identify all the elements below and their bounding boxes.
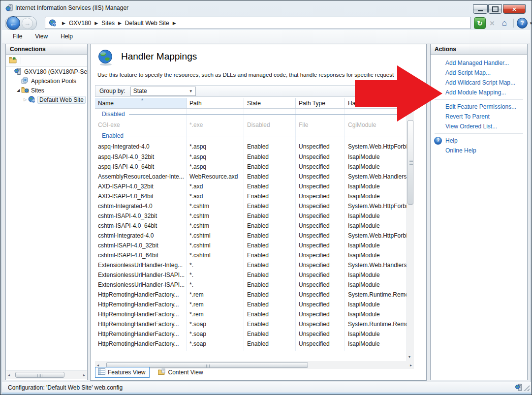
chevron-down-icon[interactable]: ▼ bbox=[529, 21, 532, 26]
table-row-httpremotinghandlerfactory[interactable]: HttpRemotingHandlerFactory...*.soapEnabl… bbox=[95, 329, 407, 339]
table-row-httpremotinghandlerfactory[interactable]: HttpRemotingHandlerFactory...*.soapEnabl… bbox=[95, 339, 407, 349]
restart-button[interactable]: ↻ bbox=[474, 17, 486, 29]
table-row-httpremotinghandlerfactory[interactable]: HttpRemotingHandlerFactory...*.remEnable… bbox=[95, 300, 407, 309]
breadcrumb-item-default-web-site[interactable]: Default Web Site bbox=[125, 20, 169, 27]
title-bar[interactable]: Internet Information Services (IIS) Mana… bbox=[0, 0, 532, 15]
table-row-extensionlessurlhandler-integ[interactable]: ExtensionlessUrlHandler-Integ...*.Enable… bbox=[95, 260, 407, 270]
cell-handler: IsapiModule bbox=[345, 153, 407, 160]
window-title: Internet Information Services (IIS) Mana… bbox=[15, 4, 128, 11]
menu-item-view[interactable]: View bbox=[35, 33, 48, 40]
scrollbar-thumb[interactable] bbox=[15, 372, 64, 378]
help-button[interactable]: ? bbox=[517, 18, 528, 29]
minimize-button[interactable] bbox=[473, 4, 488, 14]
cell-state: Enabled bbox=[244, 232, 296, 239]
cell-handler: IsapiModule bbox=[345, 301, 407, 308]
breadcrumb[interactable]: ? ▶GXV180▶Sites▶Default Web Site▶ bbox=[45, 17, 471, 29]
toolbar-separator bbox=[513, 19, 514, 28]
table-row-cshtml-isapi-4-0-64bit[interactable]: cshtml-ISAPI-4.0_64bit*.cshtmlEnabledUns… bbox=[95, 250, 407, 260]
back-button[interactable]: ← bbox=[6, 16, 20, 30]
cell-path: *.soap bbox=[187, 331, 244, 337]
tab-content-view[interactable]: Content View bbox=[156, 367, 207, 378]
table-row-cshtml-integrated-4-0[interactable]: cshtml-Integrated-4.0*.cshtmlEnabledUnsp… bbox=[95, 231, 407, 241]
cell-path: *.rem bbox=[187, 301, 244, 308]
cell-handler: System.Runtime.Remotin bbox=[345, 291, 407, 298]
group-row-enabled[interactable]: Enabled bbox=[95, 130, 407, 141]
cell-path: *.exe bbox=[187, 122, 244, 128]
cell-path-type: Unspecified bbox=[296, 232, 345, 239]
home-icon: ⌂ bbox=[502, 18, 507, 28]
cell-name: cshtm-ISAPI-4.0_64bit bbox=[95, 222, 187, 229]
cell-state: Enabled bbox=[244, 143, 296, 150]
resize-grip[interactable] bbox=[524, 385, 530, 391]
actions-header: Actions bbox=[431, 44, 527, 55]
table-row-httpremotinghandlerfactory[interactable]: HttpRemotingHandlerFactory...*.remEnable… bbox=[95, 309, 407, 319]
cell-state: Enabled bbox=[244, 340, 296, 347]
scroll-down-icon[interactable]: ▾ bbox=[408, 353, 410, 361]
table-row-optionsverbhandler[interactable]: OPTIONSVerbHandler*EnabledUnspecifiedPro… bbox=[95, 349, 407, 351]
home-button[interactable]: ⌂ bbox=[499, 18, 510, 29]
scroll-right-icon[interactable]: ▸ bbox=[410, 362, 412, 369]
cell-path: *.rem bbox=[187, 311, 244, 318]
iis-app-icon bbox=[5, 4, 13, 12]
scrollbar-thumb[interactable] bbox=[407, 120, 413, 205]
action-help[interactable]: ?Help bbox=[431, 136, 527, 146]
tree-item-gxv180-gxv180-p-server[interactable]: GXV180 (GXV180\P-Server) bbox=[6, 67, 87, 76]
maximize-button[interactable] bbox=[488, 4, 502, 14]
tree-item-application-pools[interactable]: Application Pools bbox=[6, 76, 87, 86]
table-row-aspq-isapi-4-0-64bit[interactable]: aspq-ISAPI-4.0_64bit*.aspqEnabledUnspeci… bbox=[95, 162, 407, 172]
menu-item-file[interactable]: File bbox=[13, 33, 22, 40]
table-row-axd-isapi-4-0-64bit[interactable]: AXD-ISAPI-4.0_64bit*.axdEnabledUnspecifi… bbox=[95, 191, 407, 201]
tree-item-sites[interactable]: ◢Sites bbox=[6, 86, 87, 95]
table-row-aspq-isapi-4-0-32bit[interactable]: aspq-ISAPI-4.0_32bit*.aspqEnabledUnspeci… bbox=[95, 152, 407, 162]
connections-horizontal-scrollbar[interactable]: ◂ ▸ bbox=[6, 370, 87, 379]
scroll-left-icon[interactable]: ◂ bbox=[8, 371, 10, 379]
table-row-extensionlessurlhandler-isapi[interactable]: ExtensionlessUrlHandler-ISAPI...*.Enable… bbox=[95, 270, 407, 280]
action-online-help[interactable]: Online Help bbox=[431, 146, 527, 155]
table-row-cshtm-isapi-4-0-32bit[interactable]: cshtm-ISAPI-4.0_32bit*.cshtmEnabledUnspe… bbox=[95, 211, 407, 221]
column-header-state[interactable]: State bbox=[244, 98, 296, 108]
table-row-extensionlessurlhandler-isapi[interactable]: ExtensionlessUrlHandler-ISAPI...*.Enable… bbox=[95, 280, 407, 290]
back-icon: ← bbox=[10, 19, 17, 28]
close-button[interactable]: ✕ bbox=[503, 4, 526, 14]
forward-icon: → bbox=[24, 20, 31, 27]
tab-features-view[interactable]: Features View bbox=[95, 367, 150, 378]
collapsed-icon[interactable]: ▷ bbox=[22, 97, 28, 102]
table-row-aspq-integrated-4-0[interactable]: aspq-Integrated-4.0*.aspqEnabledUnspecif… bbox=[95, 141, 407, 152]
table-row-cshtm-isapi-4-0-64bit[interactable]: cshtm-ISAPI-4.0_64bit*.cshtmEnabledUnspe… bbox=[95, 221, 407, 231]
cell-path: *.cshtml bbox=[187, 252, 244, 259]
tree-item-default-web-site[interactable]: ▷?Default Web Site bbox=[6, 95, 87, 104]
group-by-dropdown[interactable]: State ▼ bbox=[130, 87, 196, 96]
expanded-icon[interactable]: ◢ bbox=[15, 88, 21, 92]
column-header-path[interactable]: Path bbox=[187, 98, 244, 108]
svg-text:?: ? bbox=[33, 100, 34, 103]
menu-item-help[interactable]: Help bbox=[61, 33, 73, 40]
view-tabs: Features ViewContent View bbox=[95, 367, 207, 378]
cell-name: HttpRemotingHandlerFactory... bbox=[95, 321, 187, 328]
table-vertical-scrollbar[interactable]: ▴ ▾ bbox=[407, 108, 414, 361]
table-row-cshtm-integrated-4-0[interactable]: cshtm-Integrated-4.0*.cshtmEnabledUnspec… bbox=[95, 201, 407, 211]
group-label: Enabled bbox=[102, 132, 124, 139]
breadcrumb-item-gxv180[interactable]: GXV180 bbox=[69, 20, 91, 27]
cell-handler: IsapiModule bbox=[345, 311, 407, 318]
scroll-right-icon[interactable]: ▸ bbox=[83, 371, 85, 379]
cell-path-type: Unspecified bbox=[296, 350, 345, 351]
save-connections-icon[interactable] bbox=[9, 57, 17, 65]
column-header-name[interactable]: ▲Name bbox=[95, 98, 187, 108]
cell-path: *. bbox=[187, 281, 244, 288]
tree-item-label: Application Pools bbox=[31, 78, 76, 85]
cell-state: Enabled bbox=[244, 262, 296, 269]
cell-path-type: Unspecified bbox=[296, 262, 345, 269]
column-header-path-type[interactable]: Path Type bbox=[296, 98, 345, 108]
tab-label: Features View bbox=[108, 369, 145, 376]
table-row-cshtml-isapi-4-0-32bit[interactable]: cshtml-ISAPI-4.0_32bit*.cshtmlEnabledUns… bbox=[95, 241, 407, 250]
cell-path-type: File bbox=[296, 122, 345, 128]
stop-button[interactable]: ✕ bbox=[487, 18, 498, 29]
table-row-assemblyresourceloader-inte[interactable]: AssemblyResourceLoader-Inte...WebResourc… bbox=[95, 172, 407, 182]
table-row-axd-isapi-4-0-32bit[interactable]: AXD-ISAPI-4.0_32bit*.axdEnabledUnspecifi… bbox=[95, 182, 407, 191]
cell-path: *.axd bbox=[187, 193, 244, 200]
table-row-httpremotinghandlerfactory[interactable]: HttpRemotingHandlerFactory...*.remEnable… bbox=[95, 290, 407, 300]
forward-button[interactable]: → bbox=[22, 18, 33, 29]
breadcrumb-item-sites[interactable]: Sites bbox=[101, 20, 115, 27]
cell-state: Enabled bbox=[244, 301, 296, 308]
table-row-httpremotinghandlerfactory[interactable]: HttpRemotingHandlerFactory...*.soapEnabl… bbox=[95, 319, 407, 329]
